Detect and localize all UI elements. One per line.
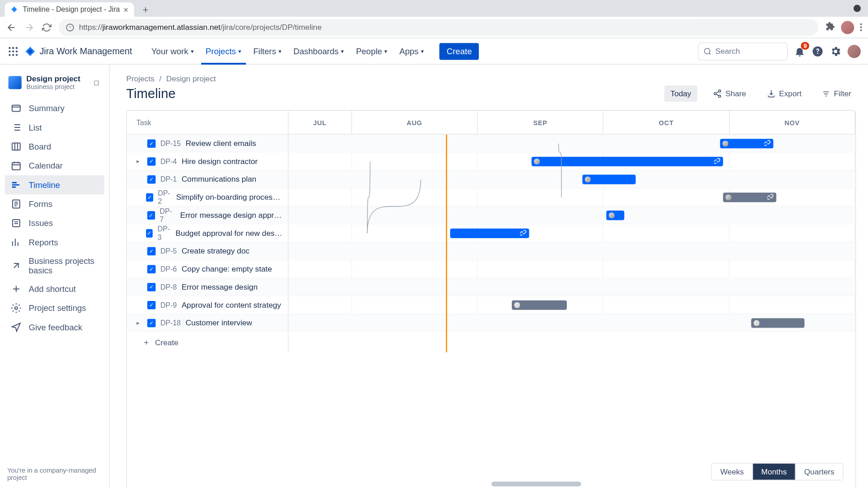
nav-item-projects[interactable]: Projects▾ xyxy=(201,38,246,64)
gear-icon xyxy=(11,303,22,314)
create-task-button[interactable]: ＋ Create xyxy=(127,332,288,352)
svg-rect-16 xyxy=(13,220,20,227)
zoom-quarters[interactable]: Quarters xyxy=(796,464,843,480)
sidebar-item-give-feedback[interactable]: Give feedback xyxy=(5,318,104,337)
task-key: DP-7 xyxy=(160,206,175,223)
extensions-icon[interactable] xyxy=(826,22,835,33)
help-button[interactable] xyxy=(811,45,823,57)
back-button[interactable] xyxy=(6,22,17,33)
task-type-icon: ✓ xyxy=(147,247,156,255)
collapse-sidebar-icon[interactable]: ◇ xyxy=(92,76,103,88)
task-cell[interactable]: ✓DP-7Error message design approval xyxy=(127,206,288,224)
project-header[interactable]: Design project Business project ◇ xyxy=(5,74,104,99)
task-key: DP-15 xyxy=(160,139,181,148)
task-cell[interactable]: ✓DP-15Review client emails xyxy=(127,135,288,152)
product-name: Jira Work Management xyxy=(39,46,132,56)
timeline-bar[interactable] xyxy=(450,229,529,238)
share-button[interactable]: Share xyxy=(708,86,751,101)
export-button[interactable]: Export xyxy=(762,86,807,101)
project-name: Design project xyxy=(26,74,89,83)
task-title: Customer interview xyxy=(185,318,252,327)
timeline-bar[interactable] xyxy=(720,139,774,148)
sidebar-item-timeline[interactable]: Timeline xyxy=(5,175,104,194)
search-input[interactable]: Search xyxy=(698,42,788,60)
sidebar-item-project-settings[interactable]: Project settings xyxy=(5,299,104,318)
timeline-bar[interactable] xyxy=(582,175,636,184)
page-title: Timeline xyxy=(126,86,175,101)
notifications-button[interactable]: 9 xyxy=(794,45,806,57)
filter-button[interactable]: Filter xyxy=(817,86,856,101)
task-row: ✓DP-5Create strategy doc xyxy=(127,242,855,260)
task-row: ✓DP-15Review client emails xyxy=(127,135,855,153)
browser-menu-icon[interactable] xyxy=(860,23,862,31)
task-key: DP-4 xyxy=(160,157,177,166)
task-cell[interactable]: ✓DP-6Copy change: empty state xyxy=(127,260,288,277)
task-cell[interactable]: ✓DP-8Error message design xyxy=(127,278,288,296)
browser-toolbar: https://jiraworkmanagement.atlassian.net… xyxy=(0,17,868,38)
expand-icon[interactable]: ▸ xyxy=(137,319,142,326)
close-tab-icon[interactable]: × xyxy=(123,5,128,14)
task-type-icon: ✓ xyxy=(147,139,156,148)
browser-tab[interactable]: Timeline - Design project - Jira × xyxy=(5,2,135,17)
calendar-icon xyxy=(11,160,22,171)
task-cell[interactable]: ▸✓DP-4Hire design contractor xyxy=(127,153,288,170)
nav-item-people[interactable]: People▾ xyxy=(351,38,392,64)
task-cell[interactable]: ▸✓DP-18Customer interview xyxy=(127,314,288,331)
chevron-down-icon: ▾ xyxy=(341,48,344,55)
feedback-icon xyxy=(11,322,22,333)
nav-item-dashboards[interactable]: Dashboards▾ xyxy=(288,38,349,64)
svg-rect-14 xyxy=(12,163,20,170)
breadcrumb-item[interactable]: Projects xyxy=(126,74,154,83)
zoom-weeks[interactable]: Weeks xyxy=(712,464,753,480)
nav-item-apps[interactable]: Apps▾ xyxy=(395,38,429,64)
sidebar-item-issues[interactable]: Issues xyxy=(5,214,104,233)
reload-button[interactable] xyxy=(42,23,52,32)
site-info-icon xyxy=(66,23,75,32)
timeline-bar[interactable] xyxy=(751,318,804,328)
new-tab-button[interactable]: + xyxy=(139,4,152,17)
nav-item-your-work[interactable]: Your work▾ xyxy=(146,38,198,64)
zoom-months[interactable]: Months xyxy=(753,464,796,480)
app-nav: Jira Work Management Your work▾Projects▾… xyxy=(0,38,868,65)
address-bar[interactable]: https://jiraworkmanagement.atlassian.net… xyxy=(59,19,818,36)
task-cell[interactable]: ✓DP-9Approval for content strategy xyxy=(127,296,288,313)
timeline-bar[interactable] xyxy=(723,192,776,202)
today-button[interactable]: Today xyxy=(665,85,697,102)
sidebar-item-business-projects-basics[interactable]: Business projects basics xyxy=(5,252,104,279)
settings-button[interactable] xyxy=(830,45,841,57)
sidebar-item-list[interactable]: List xyxy=(5,118,104,137)
task-row: ▸✓DP-4Hire design contractor xyxy=(127,153,855,171)
breadcrumb-item[interactable]: Design project xyxy=(166,74,216,83)
sidebar-item-calendar[interactable]: Calendar xyxy=(5,156,104,175)
task-cell[interactable]: ✓DP-5Create strategy doc xyxy=(127,242,288,259)
task-key: DP-1 xyxy=(160,175,177,183)
task-type-icon: ✓ xyxy=(147,211,155,220)
app-switcher-icon[interactable] xyxy=(7,45,19,57)
product-logo[interactable]: Jira Work Management xyxy=(25,46,132,56)
sidebar-item-add-shortcut[interactable]: Add shortcut xyxy=(5,279,104,298)
task-cell[interactable]: ✓DP-1Communications plan xyxy=(127,170,288,188)
profile-avatar[interactable] xyxy=(841,21,854,34)
task-cell[interactable]: ✓DP-3Budget approval for new design cont… xyxy=(127,225,288,242)
svg-point-8 xyxy=(12,54,14,56)
task-cell[interactable]: ✓DP-2Simplify on-boarding process for ne… xyxy=(127,188,288,206)
horizontal-scrollbar[interactable] xyxy=(491,482,581,487)
user-avatar[interactable] xyxy=(848,45,861,58)
timeline-bar[interactable] xyxy=(512,300,567,310)
project-avatar-icon xyxy=(9,75,22,89)
svg-point-17 xyxy=(15,307,18,310)
nav-item-filters[interactable]: Filters▾ xyxy=(249,38,287,64)
timeline-bar[interactable] xyxy=(607,211,625,220)
timeline-bar[interactable] xyxy=(532,157,723,166)
export-icon xyxy=(766,89,775,98)
sidebar-item-forms[interactable]: Forms xyxy=(5,194,104,213)
svg-point-5 xyxy=(12,50,14,52)
assignee-avatar xyxy=(584,175,592,184)
forward-button[interactable] xyxy=(24,22,35,33)
sidebar-item-summary[interactable]: Summary xyxy=(5,99,104,117)
sidebar-item-reports[interactable]: Reports xyxy=(5,233,104,252)
assignee-avatar xyxy=(722,139,730,148)
expand-icon[interactable]: ▸ xyxy=(137,158,142,165)
create-button[interactable]: Create xyxy=(439,43,479,60)
sidebar-item-board[interactable]: Board xyxy=(5,137,104,156)
